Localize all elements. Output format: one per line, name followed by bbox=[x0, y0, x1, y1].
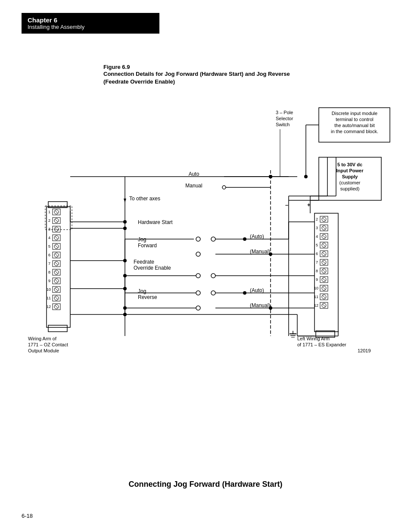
svg-text:1771 – OZ Contact: 1771 – OZ Contact bbox=[28, 342, 68, 347]
svg-line-49 bbox=[55, 305, 58, 308]
svg-text:(Manual): (Manual) bbox=[250, 302, 270, 308]
svg-point-186 bbox=[304, 175, 308, 178]
svg-text:Hardware  Start: Hardware Start bbox=[138, 219, 173, 225]
svg-text:8: 8 bbox=[48, 270, 50, 274]
svg-point-122 bbox=[211, 237, 215, 241]
svg-text:2: 2 bbox=[48, 218, 50, 223]
svg-text:5: 5 bbox=[316, 243, 318, 247]
svg-line-68 bbox=[322, 243, 326, 247]
svg-line-17 bbox=[55, 236, 58, 240]
svg-text:3 – Pole: 3 – Pole bbox=[276, 110, 293, 115]
svg-point-137 bbox=[211, 274, 215, 278]
svg-text:Input Power: Input Power bbox=[336, 168, 364, 173]
svg-line-41 bbox=[55, 288, 58, 291]
svg-rect-51 bbox=[48, 325, 67, 332]
svg-text:–: – bbox=[285, 202, 288, 208]
svg-text:terminal to control: terminal to control bbox=[336, 117, 373, 122]
svg-line-21 bbox=[55, 245, 58, 248]
svg-text:the auto/manual bit: the auto/manual bit bbox=[334, 123, 375, 128]
chapter-title: Installing the Assembly bbox=[28, 24, 153, 30]
svg-line-37 bbox=[55, 279, 58, 283]
svg-text:6: 6 bbox=[316, 252, 318, 256]
svg-text:Wiring Arm of: Wiring Arm of bbox=[28, 336, 57, 341]
svg-text:7: 7 bbox=[48, 261, 50, 266]
svg-text:9: 9 bbox=[48, 279, 50, 283]
svg-line-92 bbox=[322, 295, 326, 299]
svg-text:Jog: Jog bbox=[138, 236, 146, 243]
svg-point-188 bbox=[269, 175, 272, 178]
svg-text:5: 5 bbox=[48, 244, 50, 249]
svg-text:Jog: Jog bbox=[138, 288, 146, 294]
svg-text:Left Wiring Arm: Left Wiring Arm bbox=[297, 336, 330, 341]
svg-text:To other axes: To other axes bbox=[129, 196, 160, 202]
svg-line-88 bbox=[322, 286, 326, 290]
svg-line-84 bbox=[322, 278, 326, 281]
svg-line-96 bbox=[322, 304, 326, 307]
svg-line-29 bbox=[55, 262, 58, 265]
svg-text:10: 10 bbox=[314, 286, 318, 290]
svg-text:1: 1 bbox=[48, 210, 50, 214]
svg-text:Reverse: Reverse bbox=[138, 294, 157, 300]
svg-text:Manual: Manual bbox=[185, 183, 202, 189]
svg-text:Supply: Supply bbox=[342, 174, 358, 179]
svg-text:Feedrate: Feedrate bbox=[134, 259, 154, 265]
svg-text:(customer: (customer bbox=[339, 180, 361, 185]
svg-text:Auto: Auto bbox=[189, 171, 199, 177]
svg-text:7: 7 bbox=[316, 260, 318, 264]
svg-point-121 bbox=[196, 237, 200, 241]
svg-line-5 bbox=[55, 210, 58, 214]
svg-text:Switch: Switch bbox=[276, 122, 290, 127]
svg-text:11: 11 bbox=[47, 296, 51, 300]
chapter-number: Chapter 6 bbox=[28, 16, 153, 24]
page-number: 6-18 bbox=[22, 513, 33, 519]
svg-line-45 bbox=[55, 296, 58, 300]
svg-text:Discrete input module: Discrete input module bbox=[332, 111, 377, 116]
svg-line-56 bbox=[322, 218, 326, 221]
svg-point-147 bbox=[211, 291, 215, 295]
figure-number: Figure 6.9 bbox=[103, 64, 310, 70]
svg-line-9 bbox=[55, 219, 58, 222]
figure-caption: Figure 6.9 Connection Details for Jog Fo… bbox=[103, 64, 310, 86]
svg-text:in the command block.: in the command block. bbox=[331, 129, 378, 134]
svg-text:Output Module: Output Module bbox=[28, 348, 59, 353]
svg-line-76 bbox=[322, 261, 326, 264]
diagram-area: 1 2 3 4 5 6 7 bbox=[22, 95, 392, 362]
svg-text:4: 4 bbox=[48, 236, 50, 240]
wiring-diagram: 1 2 3 4 5 6 7 bbox=[22, 95, 392, 362]
svg-line-25 bbox=[55, 253, 58, 257]
svg-text:12019: 12019 bbox=[358, 348, 371, 353]
svg-text:9: 9 bbox=[316, 277, 318, 282]
svg-text:10: 10 bbox=[47, 287, 51, 292]
svg-text:8: 8 bbox=[316, 269, 318, 273]
svg-line-33 bbox=[55, 271, 58, 274]
svg-text:+: + bbox=[307, 202, 311, 208]
svg-line-60 bbox=[322, 226, 326, 230]
svg-line-64 bbox=[322, 235, 326, 238]
svg-line-13 bbox=[55, 227, 58, 231]
svg-point-119 bbox=[123, 227, 127, 230]
svg-text:6: 6 bbox=[48, 253, 50, 257]
svg-rect-1 bbox=[47, 207, 70, 327]
svg-point-153 bbox=[196, 306, 200, 310]
svg-text:supplied): supplied) bbox=[340, 186, 360, 191]
svg-text:4: 4 bbox=[316, 234, 318, 239]
svg-text:11: 11 bbox=[314, 295, 318, 299]
chapter-header: Chapter 6 Installing the Assembly bbox=[22, 13, 159, 34]
svg-text:(Auto): (Auto) bbox=[250, 287, 264, 293]
svg-text:12: 12 bbox=[314, 303, 318, 308]
svg-text:Forward: Forward bbox=[138, 243, 157, 249]
svg-point-146 bbox=[196, 291, 200, 295]
figure-description: Connection Details for Jog Forward (Hard… bbox=[103, 70, 310, 86]
section-heading: Connecting Jog Forward (Hardware Start) bbox=[22, 480, 389, 489]
svg-text:Selector: Selector bbox=[276, 116, 293, 121]
svg-point-127 bbox=[196, 252, 200, 256]
svg-line-80 bbox=[322, 269, 326, 273]
svg-text:12: 12 bbox=[47, 305, 51, 309]
svg-text:2: 2 bbox=[316, 217, 318, 221]
svg-text:5 to 30V dc: 5 to 30V dc bbox=[337, 162, 362, 167]
svg-line-72 bbox=[322, 252, 326, 255]
svg-text:3: 3 bbox=[316, 226, 318, 230]
svg-text:Override Enable: Override Enable bbox=[134, 265, 171, 271]
svg-text:(Manual): (Manual) bbox=[250, 249, 270, 255]
svg-text:of 1771 – ES Expander: of 1771 – ES Expander bbox=[297, 342, 346, 347]
